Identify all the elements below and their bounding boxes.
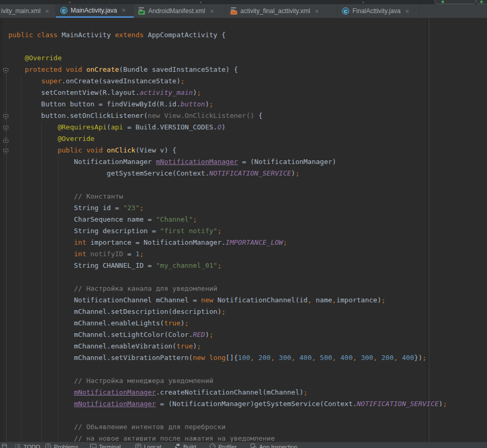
code-line[interactable]: NotificationManager mNotificationManager…: [8, 156, 447, 168]
code-token: NotificationChannel(id: [213, 296, 307, 304]
code-line[interactable]: super.onCreate(savedInstanceState);: [8, 75, 447, 87]
code-token: ;: [222, 308, 226, 315]
code-line[interactable]: [8, 18, 447, 29]
code-editor[interactable]: public class MainActivity extends AppCom…: [0, 18, 487, 448]
tool-window-button-todo[interactable]: TODO: [15, 443, 40, 448]
tab-activity-final-acttivity-xml[interactable]: ··activity_final_acttivity.xml×: [226, 4, 338, 18]
tool-window-button-logcat[interactable]: Logcat: [135, 443, 161, 448]
code-token: Button button = findViewById(R.id.: [8, 100, 181, 108]
code-token: ,: [250, 354, 254, 362]
code-line[interactable]: mChannel.setLightColor(Color.RED);: [8, 329, 447, 341]
tool-window-stripe-icon[interactable]: [2, 443, 7, 448]
tool-window-label: Build: [183, 444, 196, 448]
tab-mainactivity-java[interactable]: CMainActivity.java×: [56, 4, 134, 18]
code-line[interactable]: String CHANNEL_ID = "my_channel_01";: [8, 260, 447, 271]
tool-window-button-problems[interactable]: Problems: [45, 443, 78, 448]
fold-toggle-icon[interactable]: [3, 147, 9, 154]
tool-window-button-terminal[interactable]: Terminal: [90, 443, 121, 448]
profiler-icon: [209, 443, 216, 448]
code-token: "my_channel_01": [156, 261, 217, 269]
code-line[interactable]: protected void onCreate(Bundle savedInst…: [8, 64, 447, 75]
tab-label: ivity_main.xml: [1, 7, 40, 15]
code-line[interactable]: mNotificationManager = (NotificationMana…: [8, 398, 447, 410]
code-token: ,: [312, 354, 316, 362]
code-token: mChannel.enableLights(: [8, 319, 164, 327]
code-line[interactable]: button.setOnClickListener(new View.OnCli…: [8, 110, 447, 122]
code-token: mNotificationManager: [74, 388, 156, 396]
close-icon[interactable]: ×: [121, 7, 126, 14]
code-token: [8, 54, 25, 62]
tab-label: activity_final_acttivity.xml: [240, 7, 310, 15]
code-line[interactable]: @RequiresApi(api = Build.VERSION_CODES.O…: [8, 122, 447, 133]
code-token: int: [74, 238, 86, 246]
code-line[interactable]: mChannel.setVibrationPattern(new long[]{…: [8, 352, 447, 364]
code-token: ;: [197, 342, 201, 350]
device-selector-widget[interactable]: [435, 0, 476, 4]
code-line[interactable]: // Настройка канала для уведомлений: [8, 283, 447, 294]
code-line[interactable]: @Override: [8, 52, 447, 64]
editor-left-gutter: [0, 18, 4, 448]
tool-window-button-build[interactable]: Build: [174, 443, 196, 448]
code-token: "23": [123, 204, 139, 212]
tool-window-button-app-inspection[interactable]: App Inspection: [250, 443, 297, 448]
code-token: ;: [185, 319, 189, 327]
code-token: ;: [304, 388, 308, 396]
close-icon[interactable]: ×: [405, 8, 409, 15]
code-token: @Override: [58, 135, 94, 143]
code-line[interactable]: // Обьявление интентов для переброски: [8, 421, 447, 433]
code-token: 100: [238, 354, 250, 362]
code-line[interactable]: public void onClick(View v) {: [8, 145, 447, 156]
code-line[interactable]: [8, 41, 447, 52]
code-line[interactable]: [8, 271, 447, 283]
code-line[interactable]: mChannel.enableLights(true);: [8, 318, 447, 329]
code-token: [8, 65, 25, 73]
code-token: 400: [336, 354, 352, 362]
code-token: ): [291, 169, 295, 177]
code-token: NOTIFICATION_SERVICE: [357, 400, 439, 408]
tool-window-label: App Inspection: [259, 444, 297, 448]
code-line[interactable]: String id = "23";: [8, 202, 447, 214]
close-icon[interactable]: ×: [210, 8, 214, 15]
android-studio-window: { "top_strip": { "icons": ["status-dot-g…: [0, 0, 487, 448]
code-token: mChannel.setVibrationPattern(: [8, 354, 193, 362]
code-line[interactable]: // Константы: [8, 191, 447, 202]
code-line[interactable]: CharSequence name = "Channel";: [8, 214, 447, 225]
code-line[interactable]: [8, 364, 447, 375]
fold-toggle-icon[interactable]: [3, 136, 9, 142]
code-token: setContentView(R.layout.: [8, 89, 139, 96]
tab-androidmanifest-xml[interactable]: MFAndroidManifest.xml×: [134, 4, 226, 18]
code-token: 200: [377, 354, 393, 362]
fold-toggle-icon[interactable]: [3, 113, 9, 119]
code-line[interactable]: mChannel.enableVibration(true);: [8, 341, 447, 352]
code-line[interactable]: [8, 179, 447, 191]
code-line[interactable]: [8, 410, 447, 421]
tab-finalacttivity-java[interactable]: CFinalActtivity.java×: [338, 4, 419, 18]
code-line[interactable]: @Override: [8, 133, 447, 145]
code-line[interactable]: int notifyID = 1;: [8, 248, 447, 260]
close-icon[interactable]: ×: [45, 8, 49, 15]
fold-toggle-icon[interactable]: [3, 124, 9, 130]
code-token: [8, 423, 74, 431]
code-token: RED: [193, 331, 205, 338]
code-line[interactable]: String description = "first notify";: [8, 225, 447, 237]
code-token: [8, 77, 41, 85]
code-line[interactable]: public class MainActivity extends AppCom…: [8, 29, 447, 41]
code-line[interactable]: Button button = findViewById(R.id.button…: [8, 99, 447, 110]
terminal-icon: [90, 443, 96, 448]
code-line[interactable]: setContentView(R.layout.activity_main);: [8, 87, 447, 99]
tab-ivity-main-xml[interactable]: ivity_main.xml×: [0, 4, 56, 18]
close-icon[interactable]: ×: [315, 8, 319, 15]
code-line[interactable]: // Настройка менеджера уведомлений: [8, 375, 447, 387]
code-line[interactable]: int importance = NotificationManager.IMP…: [8, 237, 447, 248]
code-line[interactable]: getSystemService(Context.NOTIFICATION_SE…: [8, 168, 447, 179]
code-line[interactable]: NotificationChannel mChannel = new Notif…: [8, 294, 447, 306]
code-line[interactable]: mNotificationManager.createNotificationC…: [8, 387, 447, 398]
code-line[interactable]: mChannel.setDescription(description);: [8, 306, 447, 318]
code-token: ): [193, 342, 197, 350]
problems-icon: [45, 443, 51, 448]
code-token: [8, 192, 74, 200]
fold-toggle-icon[interactable]: [3, 67, 9, 73]
code-token: 300: [357, 354, 373, 362]
code-lines: public class MainActivity extends AppCom…: [8, 18, 447, 444]
tool-window-button-profiler[interactable]: Profiler: [209, 443, 237, 448]
